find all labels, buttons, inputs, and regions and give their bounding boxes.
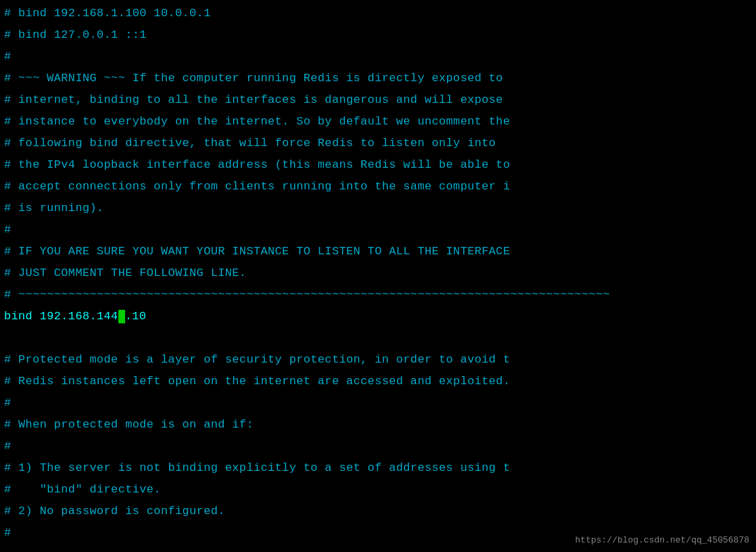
terminal-line: # (4, 392, 752, 414)
terminal-line: # Protected mode is a layer of security … (4, 349, 752, 371)
watermark: https://blog.csdn.net/qq_45056878 (575, 535, 749, 545)
terminal-line: # the IPv4 loopback interface address (t… (4, 154, 752, 176)
terminal-line: # following bind directive, that will fo… (4, 133, 752, 154)
terminal-line: # internet, binding to all the interface… (4, 89, 752, 111)
terminal-line: # (4, 219, 752, 241)
terminal-line: # ~~~ WARNING ~~~ If the computer runnin… (4, 68, 752, 89)
terminal-line: # "bind" directive. (4, 479, 752, 501)
terminal-line (4, 327, 752, 349)
terminal: # bind 192.168.1.100 10.0.0.1# bind 127.… (0, 0, 756, 552)
terminal-line: # (4, 46, 752, 68)
terminal-line: # When protected mode is on and if: (4, 414, 752, 436)
terminal-line: # IF YOU ARE SURE YOU WANT YOUR INSTANCE… (4, 241, 752, 262)
terminal-line: # 2) No password is configured. (4, 501, 752, 522)
terminal-line: # is running). (4, 198, 752, 219)
terminal-line: # ~~~~~~~~~~~~~~~~~~~~~~~~~~~~~~~~~~~~~~… (4, 284, 752, 306)
terminal-line: # bind 127.0.0.1 ::1 (4, 24, 752, 46)
terminal-line: # accept connections only from clients r… (4, 176, 752, 198)
text-cursor (118, 310, 125, 323)
terminal-line: # instance to everybody on the internet.… (4, 111, 752, 133)
terminal-line: bind 192.168.144.10 (4, 306, 752, 327)
terminal-line: # JUST COMMENT THE FOLLOWING LINE. (4, 262, 752, 284)
terminal-line: # Redis instances left open on the inter… (4, 371, 752, 392)
terminal-line: # bind 192.168.1.100 10.0.0.1 (4, 3, 752, 24)
terminal-line: # (4, 436, 752, 457)
terminal-line: # 1) The server is not binding explicitl… (4, 457, 752, 479)
